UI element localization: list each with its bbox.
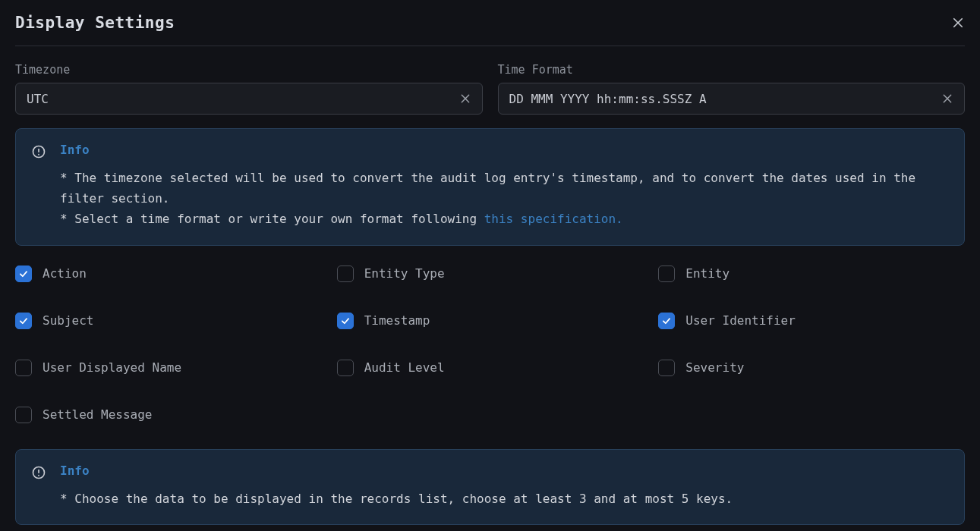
close-icon[interactable] (951, 16, 965, 30)
column-toggle-severity: Severity (658, 360, 965, 376)
timezone-clear-icon[interactable] (459, 93, 471, 105)
info-line-2-prefix: * Select a time format or write your own… (60, 212, 484, 226)
checkbox-audit-level[interactable] (337, 360, 354, 376)
info-box-timezone: Info * The timezone selected will be use… (15, 128, 965, 246)
checkbox-entity-type[interactable] (337, 266, 354, 282)
info-title: Info (60, 463, 949, 478)
modal-title: Display Settings (15, 14, 175, 32)
timezone-select[interactable]: UTC (15, 83, 483, 115)
info-icon (31, 144, 46, 159)
column-toggle-action: Action (15, 266, 322, 282)
checkbox-action[interactable] (15, 266, 32, 282)
timeformat-field: Time Format DD MMM YYYY hh:mm:ss.SSSZ A (498, 63, 966, 115)
timezone-field: Timezone UTC (15, 63, 483, 115)
column-toggle-subject: Subject (15, 313, 322, 329)
info-box-columns: Info * Choose the data to be displayed i… (15, 449, 965, 525)
column-toggle-entity-type: Entity Type (337, 266, 644, 282)
selects-row: Timezone UTC Time Format DD MMM YYYY hh:… (15, 63, 965, 115)
columns-checkbox-grid: ActionEntity TypeEntitySubjectTimestampU… (15, 266, 965, 423)
column-toggle-timestamp: Timestamp (337, 313, 644, 329)
checkbox-label: Severity (685, 360, 744, 375)
timeformat-value: DD MMM YYYY hh:mm:ss.SSSZ A (509, 92, 942, 106)
timezone-label: Timezone (15, 63, 483, 77)
checkbox-label: Entity (685, 266, 729, 281)
column-toggle-user-identifier: User Identifier (658, 313, 965, 329)
checkbox-timestamp[interactable] (337, 313, 354, 329)
checkbox-label: Subject (43, 313, 93, 328)
svg-point-8 (38, 154, 39, 156)
modal-header: Display Settings (15, 14, 965, 46)
timeformat-label: Time Format (498, 63, 966, 77)
checkbox-label: User Displayed Name (43, 360, 181, 375)
timeformat-select[interactable]: DD MMM YYYY hh:mm:ss.SSSZ A (498, 83, 966, 115)
checkbox-label: User Identifier (685, 313, 796, 328)
info-line-1: * The timezone selected will be used to … (60, 171, 915, 206)
info-body: * Choose the data to be displayed in the… (60, 489, 949, 509)
checkbox-label: Action (43, 266, 87, 281)
checkbox-user-identifier[interactable] (658, 313, 675, 329)
checkbox-settled-message[interactable] (15, 407, 32, 423)
checkbox-label: Settled Message (43, 407, 153, 422)
checkbox-severity[interactable] (658, 360, 675, 376)
checkbox-label: Entity Type (364, 266, 445, 281)
checkbox-label: Timestamp (364, 313, 430, 328)
column-toggle-audit-level: Audit Level (337, 360, 644, 376)
info-icon (31, 465, 46, 480)
checkbox-subject[interactable] (15, 313, 32, 329)
info-content: Info * The timezone selected will be use… (60, 143, 949, 230)
checkbox-entity[interactable] (658, 266, 675, 282)
svg-point-11 (38, 474, 39, 476)
info-title: Info (60, 143, 949, 157)
timeformat-clear-icon[interactable] (941, 93, 953, 105)
checkbox-user-displayed-name[interactable] (15, 360, 32, 376)
column-toggle-entity: Entity (658, 266, 965, 282)
info-content: Info * Choose the data to be displayed i… (60, 463, 949, 509)
info-body: * The timezone selected will be used to … (60, 168, 949, 230)
column-toggle-settled-message: Settled Message (15, 407, 322, 423)
spec-link[interactable]: this specification. (484, 212, 623, 226)
column-toggle-user-displayed-name: User Displayed Name (15, 360, 322, 376)
checkbox-label: Audit Level (364, 360, 445, 375)
timezone-value: UTC (27, 92, 459, 106)
